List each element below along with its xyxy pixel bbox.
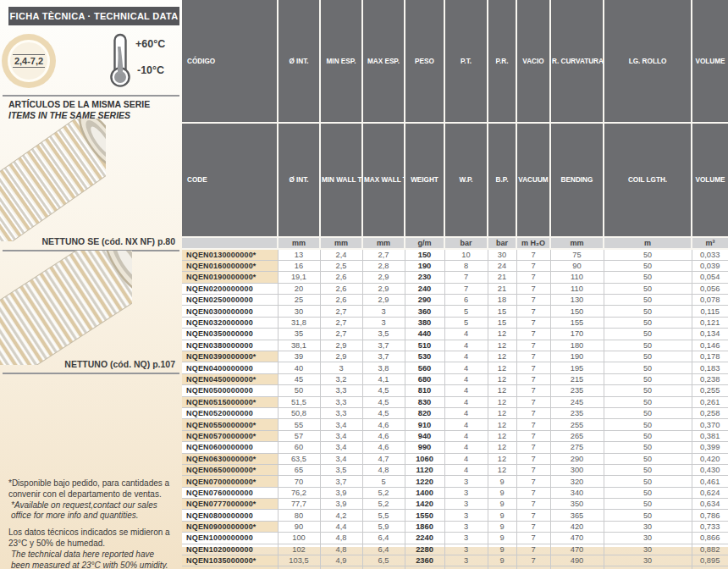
value-cell: 50 bbox=[604, 329, 692, 340]
value-cell: 190 bbox=[405, 260, 444, 271]
value-cell: 3 bbox=[444, 521, 488, 532]
value-cell: 50 bbox=[604, 419, 692, 430]
value-cell: 3,2 bbox=[320, 373, 362, 384]
value-cell: 90 bbox=[278, 521, 320, 532]
value-cell: 4 bbox=[444, 407, 488, 418]
value-cell: 50 bbox=[604, 442, 692, 453]
value-cell: 4,5 bbox=[362, 407, 405, 418]
value-cell: 50 bbox=[604, 260, 692, 271]
value-cell: 380 bbox=[405, 317, 444, 328]
value-cell: 3,9 bbox=[320, 487, 362, 498]
value-cell: 12 bbox=[488, 351, 516, 362]
value-cell: 9 bbox=[488, 555, 516, 566]
value-cell: 30 bbox=[604, 544, 692, 555]
value-cell: 3 bbox=[444, 544, 488, 555]
column-header: VOLUME bbox=[692, 123, 728, 237]
table-row: NQEN1035000000*103,54,96,52360397490300,… bbox=[182, 555, 728, 566]
value-cell: 4 bbox=[444, 340, 488, 351]
value-cell: 4 bbox=[444, 442, 488, 453]
product-code-cell: NQEN0760000000 bbox=[182, 487, 278, 498]
column-header: R. CURVATURA bbox=[550, 0, 604, 123]
value-cell: 7 bbox=[516, 521, 550, 532]
value-cell: 7 bbox=[516, 453, 550, 464]
value-cell: 12 bbox=[488, 373, 516, 384]
table-row: NQEN0390000000*392,93,75304127190500,178 bbox=[182, 351, 728, 362]
value-cell: 12 bbox=[488, 453, 516, 464]
value-cell: 30 bbox=[604, 533, 692, 544]
value-cell: 530 bbox=[405, 351, 444, 362]
value-cell: 2,5 bbox=[320, 260, 362, 271]
value-cell: 3 bbox=[444, 499, 488, 510]
column-header: P.T. bbox=[444, 0, 488, 123]
value-cell: 0,183 bbox=[692, 362, 728, 373]
value-cell: 2360 bbox=[405, 555, 444, 566]
value-cell: 155 bbox=[550, 317, 604, 328]
value-cell: 490 bbox=[550, 555, 604, 566]
value-cell: 245 bbox=[550, 396, 604, 407]
value-cell: 0,733 bbox=[692, 521, 728, 532]
table-row: NQEN0630000000*63,53,44,710604127290500,… bbox=[182, 453, 728, 464]
unit-cell: g/m bbox=[405, 237, 444, 249]
value-cell: 0,634 bbox=[692, 499, 728, 510]
hose-image-nettuno bbox=[0, 251, 132, 365]
page-title: FICHA TÈCNICA · TECHNICAL DATA bbox=[8, 7, 179, 25]
value-cell: 3,3 bbox=[320, 385, 362, 396]
value-cell: 215 bbox=[550, 373, 604, 384]
value-cell: 0,255 bbox=[692, 385, 728, 396]
value-cell: 3 bbox=[320, 362, 362, 373]
value-cell: 3,4 bbox=[320, 442, 362, 453]
value-cell: 7 bbox=[516, 351, 550, 362]
value-cell: 190 bbox=[550, 351, 604, 362]
value-cell: 7 bbox=[516, 385, 550, 396]
value-cell: 6,4 bbox=[362, 533, 405, 544]
product-code-cell: NQEN0130000000* bbox=[182, 249, 278, 260]
product-code-cell: NQEN0630000000* bbox=[182, 453, 278, 464]
value-cell: 0,895 bbox=[692, 555, 728, 566]
series-heading-es: ARTÍCULOS DE LA MISMA SERIE bbox=[8, 99, 150, 109]
column-header: B.P. bbox=[488, 123, 516, 237]
table-row: NQEN10200000001024,86,42280397470300,882 bbox=[182, 544, 728, 555]
table-row: NQEN0300000000302,733605157150500,115 bbox=[182, 306, 728, 317]
unit-cell: mm bbox=[278, 237, 320, 249]
unit-cell: mm bbox=[362, 237, 405, 249]
column-header: VACUUM bbox=[516, 123, 550, 237]
value-cell: 7 bbox=[444, 272, 488, 283]
value-cell: 3,3 bbox=[320, 407, 362, 418]
value-cell: 0,261 bbox=[692, 396, 728, 407]
product-code-cell: NQEN0190000000* bbox=[182, 272, 278, 283]
divider bbox=[3, 373, 179, 374]
value-cell: 50 bbox=[604, 430, 692, 441]
table-row: NQEN0130000000*132,42,71501030775500,033 bbox=[182, 249, 728, 260]
value-cell: 51,5 bbox=[278, 396, 320, 407]
value-cell: 30 bbox=[604, 555, 692, 566]
value-cell: 3,7 bbox=[362, 340, 405, 351]
value-cell: 0,115 bbox=[692, 306, 728, 317]
value-cell: 240 bbox=[405, 283, 444, 294]
value-cell: 39 bbox=[278, 351, 320, 362]
value-cell: 4,6 bbox=[362, 419, 405, 430]
value-cell: 5,9 bbox=[362, 521, 405, 532]
value-cell: 9 bbox=[488, 487, 516, 498]
value-cell: 5,2 bbox=[362, 499, 405, 510]
value-cell: 3 bbox=[362, 306, 405, 317]
table-body: NQEN0130000000*132,42,71501030775500,033… bbox=[182, 249, 728, 569]
table-head: CÓDIGOØ INT.MIN ESP.MAX ESP.PESOP.T.P.R.… bbox=[182, 0, 728, 249]
value-cell: 38,1 bbox=[278, 340, 320, 351]
value-cell: 50 bbox=[604, 340, 692, 351]
value-cell: 0,178 bbox=[692, 351, 728, 362]
footnote-available-en: *Available on request,contact our sales … bbox=[11, 500, 173, 522]
product-code-cell: NQEN0570000000* bbox=[182, 430, 278, 441]
value-cell: 4,2 bbox=[320, 510, 362, 521]
value-cell: 50 bbox=[604, 317, 692, 328]
value-cell: 4 bbox=[444, 464, 488, 475]
value-cell: 31,8 bbox=[278, 317, 320, 328]
column-header: CÓDIGO bbox=[182, 0, 278, 123]
value-cell: 4 bbox=[444, 373, 488, 384]
value-cell: 7 bbox=[444, 283, 488, 294]
value-cell: 1120 bbox=[405, 464, 444, 475]
unit-cell: m H₂O bbox=[516, 237, 550, 249]
table-row: NQEN076000000076,23,95,21400397340500,62… bbox=[182, 487, 728, 498]
value-cell: 50 bbox=[604, 351, 692, 362]
value-cell: 2,6 bbox=[320, 272, 362, 283]
column-header: WEIGHT bbox=[405, 123, 444, 237]
